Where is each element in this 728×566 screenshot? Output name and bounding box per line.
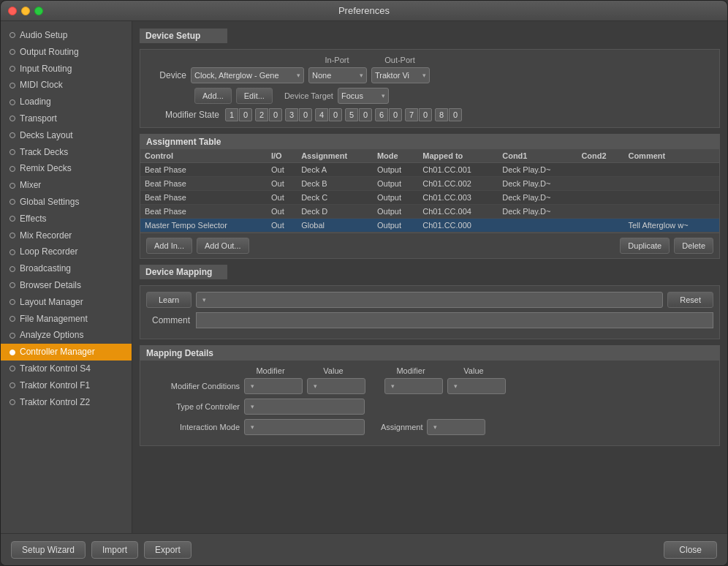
col-mapped: Mapped to (418, 149, 498, 163)
mod-cond-val-select-2[interactable] (447, 378, 506, 394)
sidebar-label-traktor-kontrol-s4: Traktor Kontrol S4 (20, 363, 91, 375)
sidebar-item-output-routing[interactable]: Output Routing (1, 44, 132, 61)
content-area: Audio SetupOutput RoutingInput RoutingMI… (1, 21, 727, 533)
maximize-window-button[interactable] (34, 7, 43, 15)
delete-button[interactable]: Delete (674, 238, 713, 254)
cell-comment (623, 191, 719, 205)
cell-cond1: Deck Play.D~ (498, 177, 577, 191)
assignment-select[interactable] (427, 419, 485, 435)
sidebar-item-global-settings[interactable]: Global Settings (1, 194, 132, 211)
sidebar-item-loop-recorder[interactable]: Loop Recorder (1, 244, 132, 260)
sidebar-item-mix-recorder[interactable]: Mix Recorder (1, 227, 132, 244)
sidebar-item-browser-details[interactable]: Browser Details (1, 277, 132, 294)
sidebar-label-broadcasting: Broadcasting (20, 263, 71, 275)
sidebar-item-analyze-options[interactable]: Analyze Options (1, 327, 132, 344)
device-setup-section: Device Setup In-Port Out-Port Device (140, 29, 720, 134)
table-row[interactable]: Beat PhaseOutDeck DOutputCh01.CC.004Deck… (140, 205, 719, 219)
cell-control: Beat Phase (140, 177, 267, 191)
cell-mapped: Ch01.CC.001 (418, 163, 498, 177)
modifier-col-label-1: Modifier (241, 366, 300, 375)
cell-mode: Output (373, 219, 418, 233)
modifier-7: 7 0 (405, 108, 432, 121)
sidebar-item-effects[interactable]: Effects (1, 211, 132, 227)
mapping-details-header: Mapping Details (140, 346, 719, 361)
sidebar-item-input-routing[interactable]: Input Routing (1, 61, 132, 78)
sidebar-label-loading: Loading (20, 96, 51, 108)
sidebar-item-mixer[interactable]: Mixer (1, 177, 132, 194)
edit-button[interactable]: Edit... (236, 88, 273, 104)
table-row[interactable]: Beat PhaseOutDeck BOutputCh01.CC.002Deck… (140, 177, 719, 191)
import-button[interactable]: Import (91, 541, 138, 559)
learn-select[interactable] (196, 292, 663, 308)
sidebar-item-broadcasting[interactable]: Broadcasting (1, 260, 132, 277)
minimize-window-button[interactable] (21, 7, 30, 15)
sidebar-item-decks-layout[interactable]: Decks Layout (1, 127, 132, 144)
sidebar-dot-global-settings (10, 199, 15, 205)
modifier-1: 1 0 (225, 108, 252, 121)
learn-button[interactable]: Learn (146, 292, 192, 308)
reset-button[interactable]: Reset (667, 292, 713, 308)
device-select[interactable]: Clock, Afterglow - Gene (191, 67, 304, 83)
col-cond1: Cond1 (498, 149, 577, 163)
add-button[interactable]: Add... (194, 88, 232, 104)
sidebar-label-traktor-kontrol-f1: Traktor Kontrol F1 (20, 380, 90, 392)
table-row[interactable]: Beat PhaseOutDeck AOutputCh01.CC.001Deck… (140, 163, 719, 177)
sidebar-item-midi-clock[interactable]: MIDI Clock (1, 77, 132, 94)
cell-io: Out (267, 191, 297, 205)
sidebar-label-track-decks: Track Decks (20, 146, 68, 159)
out-port-select[interactable]: Traktor Vi (371, 67, 430, 83)
out-port-label: Out-Port (371, 56, 429, 64)
sidebar-item-traktor-kontrol-f1[interactable]: Traktor Kontrol F1 (1, 377, 132, 394)
table-row[interactable]: Beat PhaseOutDeck COutputCh01.CC.003Deck… (140, 191, 719, 205)
comment-row: Comment (146, 312, 713, 328)
sidebar-item-audio-setup[interactable]: Audio Setup (1, 27, 132, 44)
export-button[interactable]: Export (144, 541, 192, 559)
sidebar-label-effects: Effects (20, 213, 46, 225)
sidebar-item-transport[interactable]: Transport (1, 110, 132, 127)
cell-io: Out (267, 205, 297, 219)
assignment-table: Control I/O Assignment Mode Mapped to Co… (140, 149, 719, 233)
sidebar-dot-track-decks (10, 149, 15, 155)
modifier-5: 5 0 (345, 108, 372, 121)
assignment-label: Assignment (381, 423, 422, 431)
sidebar-item-remix-decks[interactable]: Remix Decks (1, 160, 132, 177)
mod-cond-select-1[interactable] (244, 378, 303, 394)
mod-cond-select-2[interactable] (384, 378, 443, 394)
sidebar-item-layout-manager[interactable]: Layout Manager (1, 294, 132, 311)
in-port-select[interactable]: None (308, 67, 367, 83)
modifier-state-row: Modifier State 1 0 2 0 3 0 (146, 108, 713, 121)
comment-input[interactable] (196, 312, 713, 328)
interaction-mode-select[interactable] (244, 419, 365, 435)
add-in-button[interactable]: Add In... (146, 238, 192, 254)
close-window-button[interactable] (8, 7, 17, 15)
sidebar-label-remix-decks: Remix Decks (20, 162, 72, 175)
cell-cond2 (577, 205, 623, 219)
table-row[interactable]: Master Tempo SelectorOutGlobalOutputCh01… (140, 219, 719, 233)
sidebar-item-traktor-kontrol-z2[interactable]: Traktor Kontrol Z2 (1, 394, 132, 411)
sidebar-item-loading[interactable]: Loading (1, 94, 132, 110)
setup-wizard-button[interactable]: Setup Wizard (11, 541, 86, 559)
sidebar-label-browser-details: Browser Details (20, 279, 81, 292)
sidebar-label-traktor-kontrol-z2: Traktor Kontrol Z2 (20, 396, 90, 409)
sidebar-label-audio-setup: Audio Setup (20, 29, 67, 42)
col-assignment: Assignment (297, 149, 373, 163)
assignment-table-section: Assignment Table Control I/O Assignment … (140, 134, 720, 259)
sidebar-item-track-decks[interactable]: Track Decks (1, 144, 132, 161)
close-button[interactable]: Close (664, 541, 717, 559)
sidebar-item-controller-manager[interactable]: Controller Manager (1, 344, 132, 361)
sidebar-dot-midi-clock (10, 83, 15, 88)
title-bar: Preferences (1, 1, 727, 21)
main-panel: Device Setup In-Port Out-Port Device (132, 21, 727, 533)
device-mapping-section: Device Mapping Learn Reset Comment (140, 265, 720, 345)
device-target-select[interactable]: Focus (338, 88, 389, 104)
sidebar-item-traktor-kontrol-s4[interactable]: Traktor Kontrol S4 (1, 361, 132, 377)
sidebar-dot-traktor-kontrol-s4 (10, 366, 15, 371)
sidebar-dot-audio-setup (10, 32, 15, 38)
mod-cond-val-select-1[interactable] (307, 378, 365, 394)
cell-cond1: Deck Play.D~ (498, 163, 577, 177)
sidebar-item-file-management[interactable]: File Management (1, 311, 132, 328)
cell-mode: Output (373, 191, 418, 205)
type-controller-select[interactable] (244, 399, 365, 415)
add-out-button[interactable]: Add Out... (197, 238, 249, 254)
duplicate-button[interactable]: Duplicate (620, 238, 670, 254)
